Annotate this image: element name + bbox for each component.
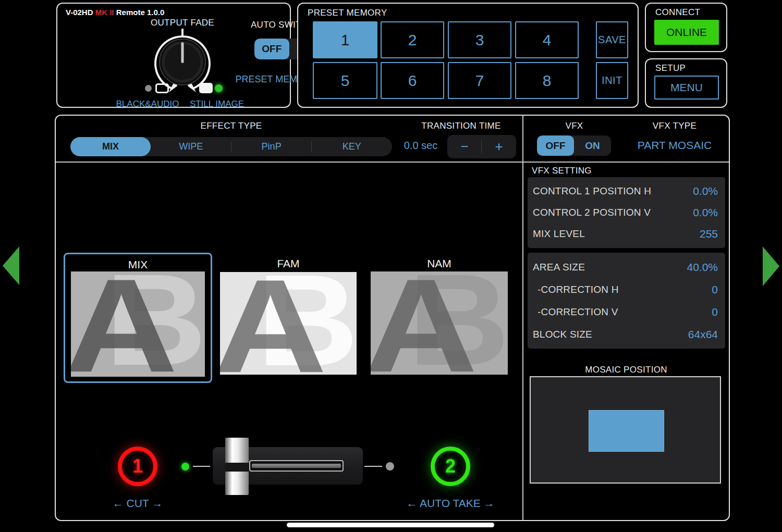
setting-value: 0.0% [693,206,718,219]
setting-label: CONTROL 2 POSITION V [533,207,651,218]
connect-panel: CONNECT ONLINE [645,3,727,52]
effect-type-wipe-button[interactable]: WIPE [151,137,231,156]
prev-page-arrow-icon[interactable] [3,246,19,285]
setting-label: -CORRECTION V [533,306,618,318]
preview-mix-image: B A [71,271,205,377]
fader-end-b-indicator-dot [386,462,394,471]
vfx-label: VFX [536,121,612,131]
vfx-setting-title: VFX SETTING [532,166,592,176]
setting-label: AREA SIZE [533,262,585,273]
switcher-main-panel: EFFECT TYPE MIX WIPE PinP KEY TRANSITION… [55,115,730,521]
next-page-arrow-icon[interactable] [763,246,779,286]
preset-button-5[interactable]: 5 [313,62,377,99]
preset-button-7[interactable]: 7 [448,62,511,99]
effect-type-row: EFFECT TYPE MIX WIPE PinP KEY TRANSITION… [56,116,522,163]
fader-groove [249,460,344,472]
preset-button-4[interactable]: 4 [515,21,579,58]
effect-type-key-button[interactable]: KEY [312,137,392,156]
black-audio-label[interactable]: BLACK&AUDIO [114,99,181,109]
vfx-type-label: VFX TYPE [625,121,724,131]
preview-fam-label: FAM [220,257,357,270]
setting-value: 0 [712,306,718,318]
still-image-indicator-dot [215,84,223,92]
connect-title: CONNECT [655,7,700,18]
vfx-off-button[interactable]: OFF [537,135,574,156]
setting-value: 64x64 [688,328,718,341]
black-audio-indicator-dot [145,85,152,92]
switcher-left-column: EFFECT TYPE MIX WIPE PinP KEY TRANSITION… [56,116,522,520]
app-title-model: V-02HD [66,8,95,17]
vfx-on-button[interactable]: ON [574,135,611,156]
transition-time-plus-button[interactable]: + [482,135,516,158]
input-2-button[interactable]: 2 [431,447,470,486]
fader-handle[interactable] [225,438,249,495]
app-screen: V-02HD MK II Remote 1.0.0 OUTPUT FADE [0,0,782,532]
setting-value: 0.0% [693,185,718,197]
setting-row-control1-h[interactable]: CONTROL 1 POSITION H 0.0% [528,180,725,202]
mosaic-position-rect[interactable] [589,410,664,452]
preview-mix-label: MIX [65,258,211,271]
black-audio-icon [155,83,169,93]
setting-row-control2-v[interactable]: CONTROL 2 POSITION V 0.0% [528,202,725,223]
transition-time-label: TRANSITION TIME [405,121,517,131]
app-title-version: Remote 1.0.0 [114,8,165,17]
vfx-header-row: VFX OFF ON VFX TYPE PART MOSAIC [523,116,729,163]
preset-button-8[interactable]: 8 [515,62,579,99]
setting-row-correction-v[interactable]: -CORRECTION V 0 [528,301,725,323]
output-fade-panel: V-02HD MK II Remote 1.0.0 OUTPUT FADE [56,3,291,108]
fader-end-a-indicator-dot [181,463,189,471]
auto-take-gesture-label: ← AUTO TAKE → [393,497,508,510]
preview-nam-label: NAM [371,257,508,270]
preset-button-1[interactable]: 1 [313,21,377,58]
online-status-button[interactable]: ONLINE [654,20,719,45]
effect-type-segmented-control: MIX WIPE PinP KEY [70,137,392,156]
vfx-column: VFX OFF ON VFX TYPE PART MOSAIC VFX SETT… [522,116,729,520]
setting-row-correction-h[interactable]: -CORRECTION H 0 [528,278,725,301]
cut-gesture-label: ← CUT → [96,497,179,510]
vfx-setting-card-1: CONTROL 1 POSITION H 0.0% CONTROL 2 POSI… [528,177,725,248]
app-title: V-02HD MK II Remote 1.0.0 [66,8,164,17]
mosaic-position-area[interactable] [530,376,721,484]
setting-row-block-size[interactable]: BLOCK SIZE 64x64 [528,323,725,345]
setup-panel: SETUP MENU [645,58,727,108]
setting-label: CONTROL 1 POSITION H [533,185,651,197]
setting-label: BLOCK SIZE [533,329,592,340]
vfx-type-value[interactable]: PART MOSAIC [620,139,729,152]
fader-line-left [193,466,210,467]
effect-type-label: EFFECT TYPE [70,121,392,131]
preset-button-6[interactable]: 6 [381,62,444,99]
setup-menu-button[interactable]: MENU [654,76,719,100]
setting-row-mix-level[interactable]: MIX LEVEL 255 [528,223,725,244]
effect-type-mix-button[interactable]: MIX [70,137,151,156]
preset-init-button[interactable]: INIT [596,62,628,99]
fader-line-right [364,466,382,467]
preview-fam-image[interactable]: B A [220,272,357,375]
preset-save-button[interactable]: SAVE [596,21,628,58]
app-title-mk: MK II [95,8,114,17]
setting-value: 255 [700,228,718,240]
preset-memory-title: PRESET MEMORY [308,8,387,18]
output-fade-label: OUTPUT FADE [125,18,240,28]
preview-mix-selected[interactable]: MIX B A [64,253,212,383]
setup-title: SETUP [655,63,686,73]
effect-type-pinp-button[interactable]: PinP [231,137,312,156]
preset-button-2[interactable]: 2 [381,21,444,58]
input-1-button[interactable]: 1 [118,447,157,486]
preset-button-3[interactable]: 3 [448,21,511,58]
vfx-toggle: OFF ON [537,135,611,156]
setting-row-area-size[interactable]: AREA SIZE 40.0% [528,256,725,278]
preview-mix-letter-a: A [71,271,178,377]
still-image-icon [199,83,213,93]
still-image-label[interactable]: STILL IMAGE [186,99,248,109]
fader-groove-bar [252,464,341,468]
auto-switching-off-button[interactable]: OFF [254,39,289,59]
home-indicator[interactable] [287,523,494,527]
preview-nam-image[interactable]: B A [371,271,508,375]
transition-time-stepper: − + [447,135,516,158]
transition-time-minus-button[interactable]: − [447,135,482,158]
setting-value: 40.0% [687,261,718,274]
preset-memory-panel: PRESET MEMORY 1 2 3 4 SAVE 5 6 7 8 INIT [297,3,639,108]
preview-nam-letter-a: A [371,271,478,375]
setting-label: MIX LEVEL [533,228,585,240]
vfx-setting-card-2: AREA SIZE 40.0% -CORRECTION H 0 -CORRECT… [528,253,725,349]
